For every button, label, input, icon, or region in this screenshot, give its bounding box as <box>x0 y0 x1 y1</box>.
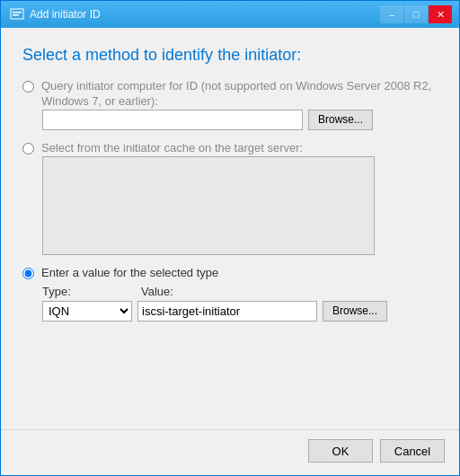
option3-row: Enter a value for the selected type <box>22 266 438 281</box>
option3-label: Enter a value for the selected type <box>41 266 218 281</box>
option3-section: Enter a value for the selected type Type… <box>22 266 438 322</box>
option3-browse-button[interactable]: Browse... <box>323 301 387 322</box>
minimize-button[interactable]: – <box>380 5 403 23</box>
cancel-button[interactable]: Cancel <box>380 439 445 463</box>
option2-section: Select from the initiator cache on the t… <box>22 141 438 255</box>
type-label: Type: <box>42 285 141 298</box>
dialog-window: Add initiator ID – □ ✕ Select a method t… <box>0 0 460 476</box>
option1-row: Query initiator computer for ID (not sup… <box>22 79 438 110</box>
type-value-section: Type: Value: IQN Browse... <box>42 285 438 322</box>
svg-rect-1 <box>13 12 22 13</box>
close-button[interactable]: ✕ <box>429 5 452 23</box>
svg-rect-0 <box>11 9 23 19</box>
window-icon <box>10 7 24 22</box>
option1-label: Query initiator computer for ID (not sup… <box>41 79 438 110</box>
option2-row: Select from the initiator cache on the t… <box>22 141 438 156</box>
type-value-inputs: IQN Browse... <box>42 301 438 322</box>
titlebar-left: Add initiator ID <box>10 7 101 22</box>
value-text-input[interactable] <box>137 301 317 322</box>
option3-radio[interactable] <box>22 268 34 279</box>
titlebar-controls: – □ ✕ <box>380 5 452 23</box>
maximize-button[interactable]: □ <box>404 5 428 23</box>
dialog-footer: OK Cancel <box>1 429 459 475</box>
option2-label: Select from the initiator cache on the t… <box>41 141 303 156</box>
type-value-labels: Type: Value: <box>42 285 438 298</box>
initiator-cache-listbox[interactable] <box>42 156 375 255</box>
ok-button[interactable]: OK <box>308 439 373 463</box>
window-title: Add initiator ID <box>30 8 101 21</box>
option1-radio[interactable] <box>22 81 34 93</box>
page-heading: Select a method to identify the initiato… <box>22 46 438 65</box>
option1-section: Query initiator computer for ID (not sup… <box>22 79 438 130</box>
type-select[interactable]: IQN <box>42 301 132 322</box>
svg-rect-2 <box>13 14 19 16</box>
option1-text-input[interactable] <box>42 110 303 130</box>
titlebar: Add initiator ID – □ ✕ <box>1 1 459 28</box>
main-content: Select a method to identify the initiato… <box>1 28 459 429</box>
value-label: Value: <box>141 285 173 298</box>
option1-input-row: Browse... <box>42 110 438 130</box>
option1-browse-button[interactable]: Browse... <box>308 110 373 130</box>
option2-radio[interactable] <box>22 143 34 154</box>
